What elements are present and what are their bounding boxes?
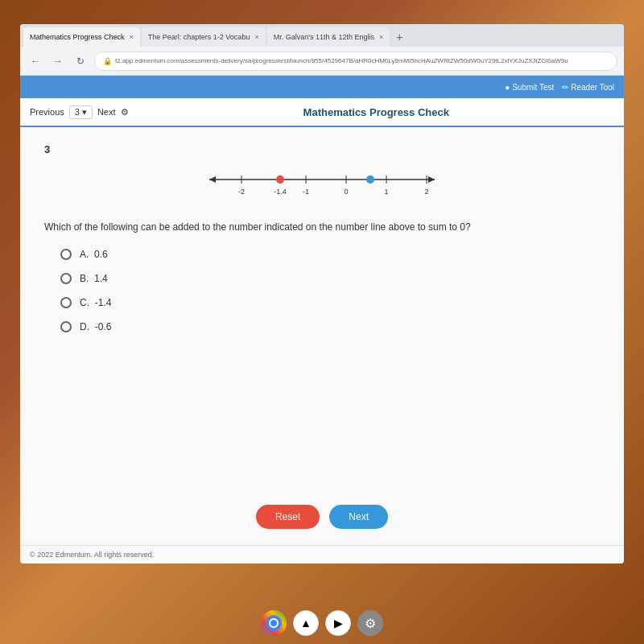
previous-label[interactable]: Previous xyxy=(30,107,64,117)
next-button[interactable]: Next xyxy=(329,505,388,529)
page-title: Mathematics Progress Check xyxy=(138,106,614,118)
reset-button[interactable]: Reset xyxy=(256,505,320,529)
number-line-red-dot xyxy=(276,175,284,184)
bottom-buttons: Reset Next xyxy=(20,489,624,545)
tab-math-progress[interactable]: Mathematics Progress Check × xyxy=(23,27,140,47)
settings-taskbar-icon[interactable]: ⚙ xyxy=(357,610,383,636)
copyright-text: © 2022 Edmentum. All rights reserved. xyxy=(30,551,154,559)
url-text: f2.app.edmentum.com/assessments-delivery… xyxy=(115,57,568,64)
submit-test-label: Submit Test xyxy=(512,83,554,92)
svg-text:2: 2 xyxy=(424,188,428,196)
tab-pearl[interactable]: The Pearl: chapters 1-2 Vocabu × xyxy=(142,27,266,47)
tab-close-galvan[interactable]: × xyxy=(379,33,383,41)
option-d[interactable]: D. -0.6 xyxy=(60,321,600,332)
reader-tool-button[interactable]: ✏ Reader Tool xyxy=(562,83,614,92)
address-bar-row: ← → ↻ 🔒 f2.app.edmentum.com/assessments-… xyxy=(20,47,624,76)
svg-text:-2: -2 xyxy=(238,188,245,196)
edmentum-nav-bar: Previous 3 ▾ Next ⚙ Mathematics Progress… xyxy=(20,98,624,127)
tab-close-pearl[interactable]: × xyxy=(254,33,258,41)
svg-text:0: 0 xyxy=(344,188,348,196)
drive-taskbar-icon[interactable]: ▲ xyxy=(293,610,319,636)
main-content: 3 -2 -1.4 xyxy=(20,127,624,489)
tab-label-pearl: The Pearl: chapters 1-2 Vocabu xyxy=(148,33,250,41)
reader-tool-label: Reader Tool xyxy=(571,83,614,92)
svg-marker-1 xyxy=(428,176,435,183)
submit-test-icon: ● xyxy=(505,83,510,92)
taskbar: ▲ ▶ ⚙ xyxy=(261,610,383,636)
submit-test-button[interactable]: ● Submit Test xyxy=(505,83,554,92)
footer: © 2022 Edmentum. All rights reserved. xyxy=(20,545,624,564)
play-taskbar-icon[interactable]: ▶ xyxy=(325,610,351,636)
chrome-taskbar-icon[interactable] xyxy=(261,610,287,636)
reload-button[interactable]: ↻ xyxy=(72,52,89,70)
next-nav-label[interactable]: Next xyxy=(97,107,116,117)
tab-label: Mathematics Progress Check xyxy=(30,33,125,41)
lock-icon: 🔒 xyxy=(103,57,112,65)
dropdown-arrow-icon: ▾ xyxy=(82,107,87,118)
address-bar[interactable]: 🔒 f2.app.edmentum.com/assessments-delive… xyxy=(94,52,617,71)
option-a[interactable]: A. 0.6 xyxy=(60,249,600,260)
forward-button[interactable]: → xyxy=(49,52,67,70)
content-wrapper: 3 -2 -1.4 xyxy=(20,127,624,564)
tab-bar: Mathematics Progress Check × The Pearl: … xyxy=(20,24,624,47)
radio-a[interactable] xyxy=(60,249,72,260)
reader-tool-icon: ✏ xyxy=(562,83,568,92)
options-list: A. 0.6 B. 1.4 C. -1.4 D. -0.6 xyxy=(60,249,600,332)
back-button[interactable]: ← xyxy=(27,52,44,70)
number-line-container: -2 -1.4 -1 0 1 xyxy=(44,163,600,204)
radio-b[interactable] xyxy=(60,273,72,284)
svg-text:-1.4: -1.4 xyxy=(274,188,287,196)
svg-text:-1: -1 xyxy=(303,188,309,196)
option-c[interactable]: C. -1.4 xyxy=(60,297,600,308)
option-d-label: D. -0.6 xyxy=(80,321,111,332)
tab-galvan[interactable]: Mr. Galvan's 11th & 12th Englis × xyxy=(267,27,390,47)
question-text: Which of the following can be added to t… xyxy=(44,220,600,234)
prev-next-nav: Previous 3 ▾ Next ⚙ xyxy=(30,105,129,119)
svg-marker-2 xyxy=(209,176,216,183)
radio-d[interactable] xyxy=(60,321,72,332)
settings-icon: ⚙ xyxy=(121,107,129,118)
question-number-dropdown[interactable]: 3 ▾ xyxy=(69,105,93,119)
option-c-label: C. -1.4 xyxy=(80,297,111,308)
new-tab-button[interactable]: + xyxy=(391,29,407,45)
svg-point-17 xyxy=(270,620,277,626)
option-b-label: B. 1.4 xyxy=(80,273,108,284)
tab-close-math[interactable]: × xyxy=(130,33,134,41)
svg-text:1: 1 xyxy=(384,188,388,196)
question-number: 3 xyxy=(44,143,600,155)
app-toolbar: ● Submit Test ✏ Reader Tool xyxy=(20,76,624,98)
option-a-label: A. 0.6 xyxy=(80,249,108,260)
tab-label-galvan: Mr. Galvan's 11th & 12th Englis xyxy=(274,33,374,41)
number-line-blue-dot xyxy=(366,175,374,184)
radio-c[interactable] xyxy=(60,297,72,308)
question-number-value: 3 xyxy=(75,107,80,117)
option-b[interactable]: B. 1.4 xyxy=(60,273,600,284)
number-line-svg: -2 -1.4 -1 0 1 xyxy=(193,163,451,204)
